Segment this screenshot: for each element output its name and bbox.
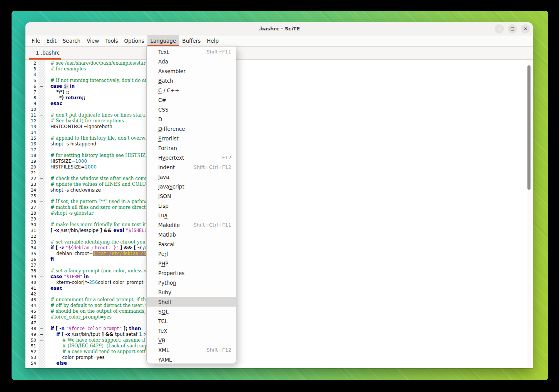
- code-line[interactable]: 29: [25, 216, 533, 222]
- menu-item-batch[interactable]: Batch: [147, 76, 236, 85]
- code-line[interactable]: 49− if [ -x /usr/bin/tput ] && tput seta…: [25, 332, 533, 337]
- code-line[interactable]: 44# off by default to not distract the u…: [25, 303, 533, 309]
- code-line[interactable]: 33# set variable identifying the chroot …: [25, 239, 533, 245]
- menu-item-sql[interactable]: SQL: [147, 307, 236, 316]
- fold-marker-icon[interactable]: −: [38, 326, 45, 332]
- code-line[interactable]: 5# If not running interactively, don't d…: [25, 78, 533, 83]
- code-line[interactable]: 10: [25, 107, 533, 112]
- fold-marker-icon[interactable]: −: [38, 332, 45, 337]
- menubar-item-file[interactable]: File: [28, 35, 44, 46]
- code-line[interactable]: 20HISTFILESIZE=2000: [25, 164, 533, 170]
- menu-item-hypertext[interactable]: HypertextF12: [147, 153, 236, 162]
- menu-item-pascal[interactable]: Pascal: [147, 239, 236, 249]
- code-line[interactable]: 3# for examples: [25, 66, 533, 72]
- code-line[interactable]: 39−case "$TERM" in: [25, 274, 533, 280]
- fold-marker-icon[interactable]: −: [38, 337, 45, 343]
- maximize-button[interactable]: □: [508, 24, 517, 33]
- editor-pane[interactable]: 2# see /usr/share/doc/bash/examples/star…: [25, 60, 533, 368]
- menubar-item-tools[interactable]: Tools: [102, 35, 121, 46]
- menu-item-assembler[interactable]: Assembler: [147, 66, 236, 76]
- minimize-button[interactable]: −: [495, 24, 504, 33]
- title-bar[interactable]: .bashrc - SciTE − □ ✕: [25, 22, 533, 35]
- code-line[interactable]: 28#shopt -s globstar: [25, 210, 533, 216]
- menu-item-lua[interactable]: Lua: [147, 210, 236, 220]
- code-line[interactable]: 15# append to the history file, don't ov…: [25, 135, 533, 141]
- menubar-item-help[interactable]: Help: [204, 35, 222, 46]
- menubar-item-language[interactable]: Language: [147, 35, 179, 46]
- code-line[interactable]: 2# see /usr/share/doc/bash/examples/star…: [25, 60, 533, 66]
- fold-marker-icon[interactable]: −: [38, 199, 45, 205]
- code-line[interactable]: 31[ -x /usr/bin/lesspipe ] && eval "$(SH…: [25, 228, 533, 234]
- menu-item-php[interactable]: PHP: [147, 259, 236, 268]
- tab-bashrc[interactable]: 1 .bashrc: [29, 47, 66, 60]
- code-line[interactable]: 32: [25, 234, 533, 239]
- code-line[interactable]: 13HISTCONTROL=ignoreboth: [25, 124, 533, 130]
- code-line[interactable]: 12# See bash(1) for more options: [25, 118, 533, 124]
- code-line[interactable]: 43−# uncomment for a colored prompt, if …: [25, 297, 533, 303]
- code-line[interactable]: 21: [25, 170, 533, 176]
- code-line[interactable]: 9esac: [25, 101, 533, 107]
- close-button[interactable]: ✕: [521, 24, 530, 33]
- menu-item-makefile[interactable]: MakefileShift+Ctrl+F11: [147, 220, 236, 230]
- code-line[interactable]: 47: [25, 320, 533, 326]
- menubar-item-search[interactable]: Search: [60, 35, 84, 46]
- menu-item-yaml[interactable]: YAML: [147, 355, 236, 364]
- menu-item-vb[interactable]: VB: [147, 335, 236, 345]
- menu-item-fortran[interactable]: Fortran: [147, 143, 236, 153]
- code-line[interactable]: 52 # a case would tend to support setf: [25, 349, 533, 355]
- code-line[interactable]: 41esac: [25, 285, 533, 291]
- menu-item-c-[interactable]: C#: [147, 95, 236, 105]
- menu-item-lisp[interactable]: Lisp: [147, 201, 236, 210]
- code-line[interactable]: 30# make less more friendly for non-text…: [25, 222, 533, 228]
- code-line[interactable]: 50− # We have color support; assume it': [25, 337, 533, 343]
- code-line[interactable]: 19HISTSIZE=1000: [25, 158, 533, 164]
- menu-item-matlab[interactable]: Matlab: [147, 230, 236, 239]
- code-line[interactable]: 11−# don't put duplicate lines or lines …: [25, 112, 533, 118]
- code-line[interactable]: 35 debian_chroot=$(cat /etc/debian_chroo: [25, 251, 533, 257]
- code-line[interactable]: 45# should be on the output of commands,…: [25, 309, 533, 314]
- code-line[interactable]: 34−if [ -z "${debian_chroot:-}" ] && [ -…: [25, 245, 533, 251]
- code-line[interactable]: 40 xterm-color|*-256color) color_prompt=: [25, 280, 533, 285]
- menubar-item-view[interactable]: View: [84, 35, 102, 46]
- code-line[interactable]: 26−# If set, the pattern "**" used in a …: [25, 199, 533, 205]
- code-line[interactable]: 53 color_prompt=yes: [25, 355, 533, 360]
- code-line[interactable]: 16shopt -s histappend: [25, 141, 533, 147]
- menu-item-tcl[interactable]: TCL: [147, 316, 236, 326]
- menu-item-css[interactable]: CSS: [147, 105, 236, 114]
- menu-item-c-c-[interactable]: C / C++: [147, 85, 236, 95]
- menu-item-shell[interactable]: Shell: [147, 297, 236, 307]
- fold-marker-icon[interactable]: −: [38, 245, 45, 251]
- code-line[interactable]: 17: [25, 147, 533, 153]
- menu-item-indent[interactable]: IndentShift+Ctrl+F12: [147, 162, 236, 172]
- code-line[interactable]: 38# set a fancy prompt (non-color, unles…: [25, 268, 533, 274]
- code-line[interactable]: 22−# check the window size after each co…: [25, 176, 533, 182]
- menu-item-properties[interactable]: Properties: [147, 268, 236, 278]
- code-line[interactable]: 48−if [ -n "$force_color_prompt" ]; then: [25, 326, 533, 332]
- code-line[interactable]: 23# update the values of LINES and COLUM: [25, 182, 533, 187]
- code-line[interactable]: 51 # (ISO/IEC-6429). (Lack of such sup: [25, 343, 533, 349]
- menu-item-d[interactable]: D: [147, 114, 236, 124]
- menu-item-java[interactable]: Java: [147, 172, 236, 182]
- menu-item-text[interactable]: TextShift+F11: [147, 47, 236, 57]
- fold-marker-icon[interactable]: −: [38, 297, 45, 303]
- code-line[interactable]: 54 else: [25, 360, 533, 366]
- code-line[interactable]: 42: [25, 291, 533, 297]
- menubar-item-options[interactable]: Options: [121, 35, 147, 46]
- code-line[interactable]: 46#force_color_prompt=yes: [25, 314, 533, 320]
- menu-item-xml[interactable]: XMLShift+F12: [147, 345, 236, 355]
- fold-marker-icon[interactable]: −: [38, 112, 45, 118]
- menu-item-json[interactable]: JSON: [147, 191, 236, 201]
- menu-item-javascript[interactable]: JavaScript: [147, 182, 236, 191]
- menu-item-ruby[interactable]: Ruby: [147, 287, 236, 297]
- menu-item-perl[interactable]: Perl: [147, 249, 236, 259]
- menubar-item-edit[interactable]: Edit: [44, 35, 60, 46]
- code-line[interactable]: 36fi: [25, 257, 533, 262]
- code-line[interactable]: 8 *) return;;: [25, 95, 533, 101]
- scrollbar-thumb[interactable]: [527, 65, 531, 190]
- code-line[interactable]: 37: [25, 262, 533, 268]
- code-line[interactable]: 14: [25, 130, 533, 135]
- menu-item-ada[interactable]: Ada: [147, 57, 236, 66]
- menu-item-errorlist[interactable]: Errorlist: [147, 133, 236, 143]
- menu-item-tex[interactable]: TeX: [147, 326, 236, 335]
- menu-item-python[interactable]: Python: [147, 278, 236, 287]
